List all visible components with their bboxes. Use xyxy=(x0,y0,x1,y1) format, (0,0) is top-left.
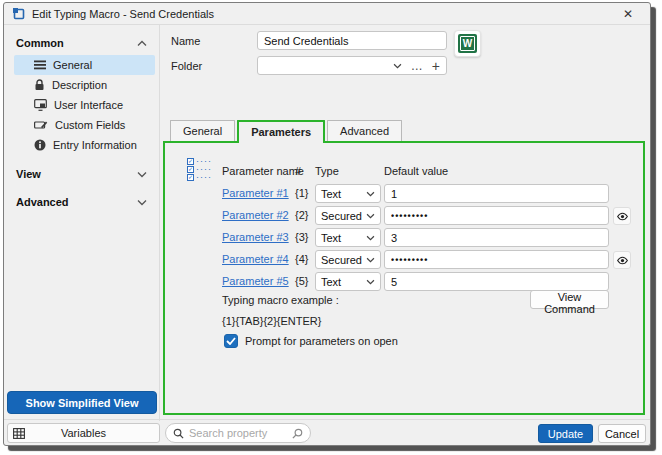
parameter-type-select[interactable]: Text xyxy=(315,184,381,203)
parameter-type-select[interactable]: Secured xyxy=(315,250,381,269)
parameter-checklist-icon[interactable] xyxy=(187,157,217,181)
tab-strip: General Parameters Advanced xyxy=(170,120,404,143)
parameter-row: Parameter #2 {2} Secured xyxy=(165,206,643,228)
parameter-type-value: Secured xyxy=(321,254,366,266)
sidebar-item-label: Description xyxy=(52,79,107,91)
footer-bar: Variables Update Cancel xyxy=(4,419,650,445)
info-icon xyxy=(34,139,46,151)
entry-type-icon-tile: W xyxy=(454,30,481,57)
show-simplified-view-button[interactable]: Show Simplified View xyxy=(7,391,157,414)
sidebar-section-label: Common xyxy=(16,37,137,49)
chevron-down-icon xyxy=(366,213,375,219)
chevron-up-icon xyxy=(137,40,147,47)
entry-icon-letter: W xyxy=(463,38,472,49)
main-content: Name Folder … + W General Parameters Adv… xyxy=(161,25,651,421)
parameter-link[interactable]: Parameter #5 xyxy=(222,275,289,287)
sidebar-section-label: View xyxy=(16,168,137,180)
title-bar: Edit Typing Macro - Send Credentials ✕ xyxy=(4,3,650,25)
column-header-type: Type xyxy=(315,165,339,177)
field-edit-icon xyxy=(34,120,48,130)
parameter-type-value: Text xyxy=(321,188,366,200)
parameter-number: {4} xyxy=(295,253,308,265)
chevron-down-icon xyxy=(137,199,147,206)
sidebar-section-common[interactable]: Common xyxy=(4,31,159,55)
reveal-password-button[interactable] xyxy=(613,251,631,269)
word-macro-icon: W xyxy=(458,34,477,53)
view-command-button[interactable]: View Command xyxy=(530,290,609,309)
cancel-button[interactable]: Cancel xyxy=(598,424,646,443)
update-button[interactable]: Update xyxy=(538,424,593,443)
name-input[interactable] xyxy=(257,31,447,50)
monitor-icon xyxy=(34,99,47,111)
close-icon[interactable]: ✕ xyxy=(618,5,638,23)
column-header-parameter-name: Parameter name xyxy=(222,165,304,177)
menu-lines-icon xyxy=(34,60,46,70)
prompt-checkbox[interactable] xyxy=(224,334,238,348)
sidebar-section-view[interactable]: View xyxy=(4,162,159,186)
default-value-input[interactable] xyxy=(384,184,609,203)
parameter-link[interactable]: Parameter #2 xyxy=(222,209,289,221)
eye-icon xyxy=(616,210,629,223)
sidebar-item-user-interface[interactable]: User Interface xyxy=(14,95,155,115)
parameter-row: Parameter #1 {1} Text xyxy=(165,184,643,206)
sidebar-item-label: General xyxy=(53,59,92,71)
default-value-input[interactable] xyxy=(384,272,609,291)
typing-macro-example-value: {1}{TAB}{2}{ENTER} xyxy=(222,315,321,327)
search-property-box xyxy=(165,423,311,443)
chevron-down-icon xyxy=(137,171,147,178)
lock-icon xyxy=(34,79,45,91)
parameter-number: {2} xyxy=(295,209,308,221)
parameter-link[interactable]: Parameter #3 xyxy=(222,231,289,243)
typing-macro-example-label: Typing macro example : xyxy=(222,294,339,306)
folder-browse-icon[interactable]: … xyxy=(411,61,423,71)
sidebar-section-advanced[interactable]: Advanced xyxy=(4,190,159,214)
chevron-down-icon xyxy=(366,235,375,241)
eye-icon xyxy=(616,254,629,267)
search-submit-icon[interactable] xyxy=(292,428,303,439)
tab-parameters[interactable]: Parameters xyxy=(237,120,325,143)
search-icon xyxy=(173,428,184,439)
parameter-row: Parameter #4 {4} Secured xyxy=(165,250,643,272)
prompt-for-parameters-row: Prompt for parameters on open xyxy=(224,334,398,348)
folder-label: Folder xyxy=(171,60,202,72)
default-value-input[interactable] xyxy=(384,250,609,269)
default-value-input[interactable] xyxy=(384,228,609,247)
default-value-input[interactable] xyxy=(384,206,609,225)
reveal-password-button[interactable] xyxy=(613,207,631,225)
name-label: Name xyxy=(171,35,200,47)
window-title: Edit Typing Macro - Send Credentials xyxy=(32,8,214,20)
parameter-type-value: Text xyxy=(321,276,366,288)
folder-add-icon[interactable]: + xyxy=(432,61,440,71)
parameter-rows: Parameter #1 {1} Text Parameter #2 {2} S… xyxy=(165,184,643,294)
sidebar-item-label: Entry Information xyxy=(53,139,137,151)
parameter-type-select[interactable]: Secured xyxy=(315,206,381,225)
sidebar-item-entry-information[interactable]: Entry Information xyxy=(14,135,155,155)
variables-button-label: Variables xyxy=(25,427,142,439)
sidebar-item-general[interactable]: General xyxy=(14,55,155,75)
chevron-down-icon xyxy=(366,257,375,263)
column-header-number: # xyxy=(295,165,301,177)
tab-advanced[interactable]: Advanced xyxy=(327,120,402,141)
parameter-link[interactable]: Parameter #1 xyxy=(222,187,289,199)
parameter-link[interactable]: Parameter #4 xyxy=(222,253,289,265)
folder-combobox[interactable]: … + xyxy=(257,56,447,75)
variables-button[interactable]: Variables xyxy=(7,423,160,443)
parameter-number: {1} xyxy=(295,187,308,199)
parameter-number: {5} xyxy=(295,275,308,287)
sidebar-item-label: Custom Fields xyxy=(55,119,125,131)
sidebar-section-label: Advanced xyxy=(16,196,137,208)
sidebar-item-description[interactable]: Description xyxy=(14,75,155,95)
prompt-checkbox-label: Prompt for parameters on open xyxy=(245,335,398,347)
check-icon xyxy=(226,337,236,345)
window-icon xyxy=(12,7,25,20)
search-property-input[interactable] xyxy=(189,427,287,439)
tab-general[interactable]: General xyxy=(170,120,235,141)
parameter-type-select[interactable]: Text xyxy=(315,228,381,247)
parameter-type-value: Text xyxy=(321,232,366,244)
sidebar-item-custom-fields[interactable]: Custom Fields xyxy=(14,115,155,135)
chevron-down-icon xyxy=(366,191,375,197)
parameter-type-value: Secured xyxy=(321,210,366,222)
sidebar: Common General Description User Interfac… xyxy=(4,25,160,421)
parameter-type-select[interactable]: Text xyxy=(315,272,381,291)
chevron-down-icon[interactable] xyxy=(393,63,402,69)
